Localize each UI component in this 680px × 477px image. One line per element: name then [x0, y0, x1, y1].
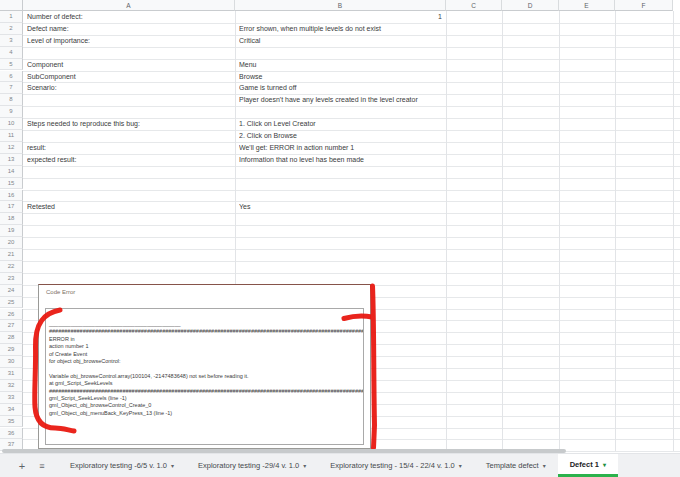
sheet-tab-label: Exploratory testing -29/4 v. 1.0	[198, 461, 299, 470]
gridline	[23, 47, 680, 48]
chevron-down-icon[interactable]: ▾	[543, 462, 546, 469]
cell-A7[interactable]: Scenario:	[27, 82, 231, 94]
row-header-36[interactable]: 36	[0, 428, 23, 440]
cell-A12[interactable]: result:	[27, 142, 231, 154]
chevron-down-icon[interactable]: ▾	[603, 461, 606, 468]
spreadsheet-app: ABCDEF1234567891011121314151617181920212…	[0, 0, 680, 477]
row-header-35[interactable]: 35	[0, 416, 23, 428]
sheet-tab-5[interactable]: Defect 1▾	[558, 454, 618, 477]
row-header-33[interactable]: 33	[0, 392, 23, 404]
row-header-3[interactable]: 3	[0, 35, 23, 47]
row-header-5[interactable]: 5	[0, 59, 23, 71]
cell-A6[interactable]: SubComponent	[27, 71, 231, 83]
row-header-12[interactable]: 12	[0, 142, 23, 154]
plus-icon: +	[19, 460, 25, 472]
row-header-9[interactable]: 9	[0, 106, 23, 118]
row-header-29[interactable]: 29	[0, 344, 23, 356]
cell-A2[interactable]: Defect name:	[27, 23, 231, 35]
row-header-19[interactable]: 19	[0, 225, 23, 237]
row-header-8[interactable]: 8	[0, 94, 23, 106]
row-header-4[interactable]: 4	[0, 47, 23, 59]
gridline	[502, 11, 503, 451]
row-header-26[interactable]: 26	[0, 309, 23, 321]
column-header-C[interactable]: C	[446, 0, 502, 11]
gridline	[673, 11, 674, 451]
row-header-27[interactable]: 27	[0, 320, 23, 332]
row-header-17[interactable]: 17	[0, 201, 23, 213]
row-header-21[interactable]: 21	[0, 249, 23, 261]
cell-B6[interactable]: Browse	[239, 71, 442, 83]
cell-B5[interactable]: Menu	[239, 59, 442, 71]
row-header-7[interactable]: 7	[0, 82, 23, 94]
gridline	[23, 106, 680, 107]
row-header-1[interactable]: 1	[0, 11, 23, 23]
cell-A1[interactable]: Number of defect:	[27, 11, 231, 23]
sheet-tab-label: Exploratory testing - 15/4 - 22/4 v. 1.0	[330, 461, 455, 470]
error-dialog-title: Code Error	[46, 289, 75, 295]
cell-B11[interactable]: 2. Click on Browse	[239, 130, 442, 142]
select-all-corner[interactable]	[0, 0, 23, 11]
row-header-24[interactable]: 24	[0, 285, 23, 297]
row-header-22[interactable]: 22	[0, 261, 23, 273]
row-header-15[interactable]: 15	[0, 178, 23, 190]
row-header-14[interactable]: 14	[0, 166, 23, 178]
column-header-B[interactable]: B	[235, 0, 446, 11]
sheet-list-icon: ≡	[39, 461, 44, 471]
cell-B3[interactable]: Critical	[239, 35, 442, 47]
sheet-tab-2[interactable]: Exploratory testing -29/4 v. 1.0▾	[186, 454, 318, 477]
column-header-A[interactable]: A	[23, 0, 235, 11]
sheet-tab-label: Exploratory testing -6/5 v. 1.0	[70, 461, 167, 470]
cell-B13[interactable]: Information that no level has been made	[239, 154, 442, 166]
row-header-18[interactable]: 18	[0, 213, 23, 225]
cell-A17[interactable]: Retested	[27, 201, 231, 213]
row-header-11[interactable]: 11	[0, 130, 23, 142]
cell-B2[interactable]: Error shown, when multiple levels do not…	[239, 23, 442, 35]
cell-B7[interactable]: Game is turned off	[239, 82, 442, 94]
row-header-25[interactable]: 25	[0, 297, 23, 309]
cell-A10[interactable]: Steps needed to reproduce this bug:	[27, 118, 231, 130]
cell-A3[interactable]: Level of importance:	[27, 35, 231, 47]
gridline	[23, 166, 680, 167]
row-header-2[interactable]: 2	[0, 23, 23, 35]
all-sheets-button[interactable]: ≡	[34, 454, 50, 477]
cell-B8[interactable]: Player doesn't have any levels created i…	[239, 94, 442, 106]
chevron-down-icon[interactable]: ▾	[171, 462, 174, 469]
cell-B17[interactable]: Yes	[239, 201, 442, 213]
cell-B10[interactable]: 1. Click on Level Creator	[239, 118, 442, 130]
row-header-31[interactable]: 31	[0, 368, 23, 380]
row-header-10[interactable]: 10	[0, 118, 23, 130]
cell-A13[interactable]: expected result:	[27, 154, 231, 166]
gridline	[23, 213, 680, 214]
gridline	[559, 11, 560, 451]
row-header-32[interactable]: 32	[0, 380, 23, 392]
gridline	[615, 11, 616, 451]
column-header-F[interactable]: F	[615, 0, 673, 11]
error-dialog-image[interactable]: Code Error _____________________________…	[38, 284, 371, 449]
sheet-tab-1[interactable]: Exploratory testing -6/5 v. 1.0▾	[58, 454, 186, 477]
sheet-tab-3[interactable]: Exploratory testing - 15/4 - 22/4 v. 1.0…	[318, 454, 474, 477]
row-header-30[interactable]: 30	[0, 356, 23, 368]
row-header-16[interactable]: 16	[0, 190, 23, 202]
chevron-down-icon[interactable]: ▾	[303, 462, 306, 469]
gridline	[23, 190, 680, 191]
cell-A5[interactable]: Component	[27, 59, 231, 71]
row-header-28[interactable]: 28	[0, 332, 23, 344]
chevron-down-icon[interactable]: ▾	[459, 462, 462, 469]
gridline	[23, 178, 680, 179]
sheet-tabs: Exploratory testing -6/5 v. 1.0▾Explorat…	[58, 454, 618, 477]
row-header-23[interactable]: 23	[0, 273, 23, 285]
row-header-20[interactable]: 20	[0, 237, 23, 249]
row-header-13[interactable]: 13	[0, 154, 23, 166]
column-header-D[interactable]: D	[502, 0, 559, 11]
cell-B12[interactable]: We'll get: ERROR in action number 1	[239, 142, 442, 154]
sheet-tab-4[interactable]: Template defect▾	[474, 454, 558, 477]
gridline	[446, 11, 447, 451]
gridline	[23, 225, 680, 226]
row-header-6[interactable]: 6	[0, 71, 23, 83]
column-header-E[interactable]: E	[559, 0, 615, 11]
cell-B1[interactable]: 1	[239, 11, 442, 23]
row-header-34[interactable]: 34	[0, 404, 23, 416]
sheet-tab-label: Template defect	[486, 461, 539, 470]
add-sheet-button[interactable]: +	[14, 454, 30, 477]
error-dialog-text: ________________________________________…	[46, 309, 363, 417]
